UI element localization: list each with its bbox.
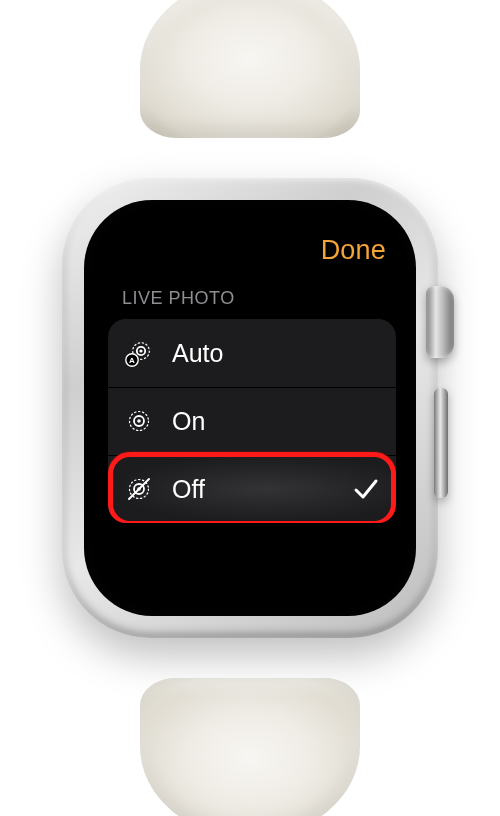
option-label: On: [172, 407, 380, 436]
option-row-on[interactable]: On: [108, 387, 396, 455]
side-button[interactable]: [434, 388, 448, 498]
live-photo-on-icon: [124, 406, 154, 436]
svg-text:A: A: [129, 356, 135, 365]
watch-band-bottom: [140, 678, 360, 816]
live-photo-options-list: A Auto On: [108, 319, 396, 523]
svg-point-1: [139, 349, 142, 352]
navigation-bar: Done: [108, 226, 396, 274]
watch-band-top: [140, 0, 360, 138]
option-row-off[interactable]: Off: [108, 455, 396, 523]
live-photo-auto-icon: A: [124, 338, 154, 368]
apple-watch-device: Done LIVE PHOTO A Auto: [54, 68, 446, 748]
option-label: Auto: [172, 339, 380, 368]
watch-screen: Done LIVE PHOTO A Auto: [84, 200, 416, 616]
svg-point-6: [137, 419, 141, 423]
checkmark-icon: [352, 475, 380, 503]
option-label: Off: [172, 475, 352, 504]
digital-crown[interactable]: [426, 286, 454, 358]
option-row-auto[interactable]: A Auto: [108, 319, 396, 387]
done-button[interactable]: Done: [321, 235, 386, 266]
live-photo-off-icon: [124, 474, 154, 504]
section-header-live-photo: LIVE PHOTO: [108, 274, 396, 319]
watch-case: Done LIVE PHOTO A Auto: [62, 178, 438, 638]
